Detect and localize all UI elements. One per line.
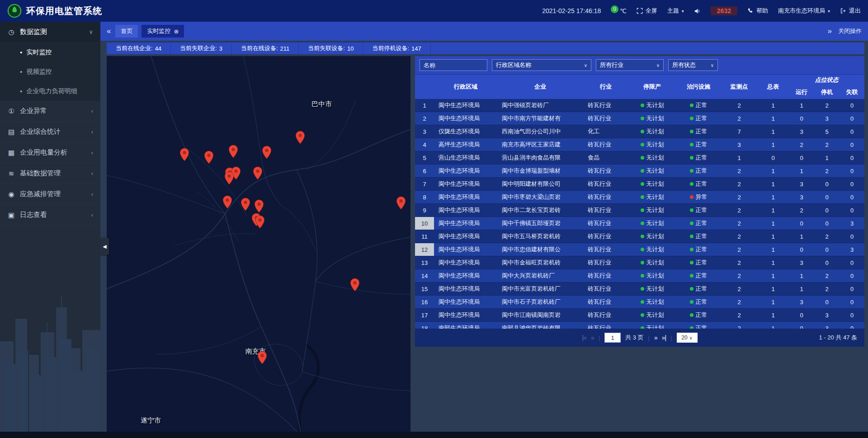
table-row[interactable]: 3 仪陇生态环境局 西南油气田分公司川中 化工 无计划 正常 7 1 3 5 0 xyxy=(415,125,864,138)
map-pin[interactable] xyxy=(241,198,250,213)
cell-meters: 1 xyxy=(757,178,789,190)
map-collapse-handle[interactable]: ◀ xyxy=(100,238,109,255)
alarm-count-badge[interactable]: 2632 xyxy=(711,6,737,15)
row-index: 2 xyxy=(415,112,434,125)
sidebar-item-company-abnormal[interactable]: ①企业异常‹ xyxy=(0,101,100,122)
cell-points: 2 xyxy=(721,309,757,321)
cell-lost: 0 xyxy=(840,269,864,282)
row-index: 1 xyxy=(415,99,434,112)
map-pin[interactable] xyxy=(229,145,238,160)
table-row[interactable]: 7 阆中生态环境局 阆中明阳建材有限公司 砖瓦行业 无计划 正常 2 1 3 0… xyxy=(415,178,864,191)
cell-industry: 砖瓦行业 xyxy=(583,112,628,125)
log-icon: ▣ xyxy=(7,211,15,219)
table-row[interactable]: 9 阆中生态环境局 阆中市二龙长宝页岩砖 砖瓦行业 无计划 正常 2 1 2 0… xyxy=(415,204,864,217)
table-row[interactable]: 1 阆中生态环境局 阆中强锐页岩砖厂 砖瓦行业 无计划 正常 2 1 1 2 0 xyxy=(415,99,864,112)
tabs-scroll-right-icon[interactable]: » xyxy=(828,27,832,36)
alarm-speaker-button[interactable] xyxy=(694,8,701,14)
status-dot xyxy=(641,130,644,133)
stat-item: 当前失联企业:3 xyxy=(171,42,232,54)
industry-filter-select[interactable]: 所有行业 ∨ xyxy=(596,59,664,71)
table-row[interactable]: 17 阆中生态环境局 阆中市江南镇阆南页岩 砖瓦行业 无计划 正常 2 1 0 … xyxy=(415,309,864,322)
sidebar-item-company-statistics[interactable]: ▤企业综合统计‹ xyxy=(0,122,100,142)
sidebar-subitem-realtime-monitor[interactable]: ●实时监控 xyxy=(0,42,100,62)
sidebar-item-log-view[interactable]: ▣日志查看‹ xyxy=(0,205,100,226)
sidebar-item-power-analysis[interactable]: ▦企业用电量分析‹ xyxy=(0,142,100,163)
map-pin[interactable] xyxy=(180,148,189,163)
logout-button[interactable]: 退出 xyxy=(840,7,861,15)
map-pin[interactable] xyxy=(350,278,360,293)
tab-0[interactable]: 首页 xyxy=(115,25,138,38)
chevron-down-icon: ▾ xyxy=(828,9,830,14)
table-row[interactable]: 10 阆中生态环境局 阆中千佛镇五郎垭页岩 砖瓦行业 无计划 正常 2 1 0 … xyxy=(415,217,864,230)
org-dropdown[interactable]: 南充市生态环境局 ▾ xyxy=(778,7,830,15)
table-row[interactable]: 15 阆中生态环境局 阆中市光富页岩机砖厂 砖瓦行业 无计划 正常 2 1 1 … xyxy=(415,283,864,296)
theme-dropdown[interactable]: 主题 ▾ xyxy=(667,7,684,15)
page-input[interactable] xyxy=(604,333,621,343)
sidebar-item-data-monitor[interactable]: ◷数据监测∨ xyxy=(0,22,100,42)
close-operations-button[interactable]: 关闭操作 xyxy=(838,27,862,35)
table-row[interactable]: 14 阆中生态环境局 阆中大兴页岩机砖厂 砖瓦行业 无计划 正常 2 1 1 2… xyxy=(415,269,864,283)
cell-limit-status: 无计划 xyxy=(628,269,676,282)
map-pin[interactable] xyxy=(296,131,305,146)
fullscreen-button[interactable]: 全屏 xyxy=(637,7,657,15)
page-size-select[interactable]: 20 ∨ xyxy=(677,333,698,343)
region-filter-select[interactable]: 行政区域名称 ∨ xyxy=(492,59,591,71)
table-row[interactable]: 6 阆中生态环境局 阆中市金博瑞新型墙材 砖瓦行业 无计划 正常 2 1 1 2… xyxy=(415,165,864,178)
help-button[interactable]: 帮助 xyxy=(747,7,768,15)
map-pin[interactable] xyxy=(253,166,262,182)
status-dot xyxy=(641,195,644,199)
name-filter-input[interactable] xyxy=(420,59,487,71)
chevron-left-icon: ‹ xyxy=(91,128,93,135)
map-pin[interactable] xyxy=(224,171,234,187)
map-pin[interactable] xyxy=(255,215,264,231)
table-row[interactable]: 18 南部生态环境局 南部县鸿华页岩砖有限 砖瓦行业 无计划 正常 2 1 0 … xyxy=(415,322,864,329)
prev-page-button[interactable]: « xyxy=(591,334,594,341)
cell-meters: 1 xyxy=(757,283,789,295)
table-row[interactable]: 2 阆中生态环境局 阆中市南方节能建材有 砖瓦行业 无计划 正常 2 1 0 3… xyxy=(415,112,864,125)
chevron-left-icon: ‹ xyxy=(91,212,93,218)
cell-stop: 2 xyxy=(814,230,840,243)
map-pin[interactable] xyxy=(396,196,406,212)
stat-item: 当前在线设备:211 xyxy=(232,42,299,54)
status-dot xyxy=(641,313,644,317)
cell-region: 阆中生态环境局 xyxy=(434,99,497,112)
sidebar-subitem-video-monitor[interactable]: ●视频监控 xyxy=(0,62,100,81)
map-pin[interactable] xyxy=(262,146,272,161)
map-pin[interactable] xyxy=(204,151,213,166)
map-pin[interactable] xyxy=(258,351,267,366)
map-pin[interactable] xyxy=(254,199,264,215)
cell-company: 阆中明阳建材有限公司 xyxy=(497,178,583,190)
cell-points: 2 xyxy=(721,99,757,112)
table-row[interactable]: 5 营山生态环境局 营山县润丰肉食品有限 食品 无计划 正常 1 0 0 1 0 xyxy=(415,151,864,165)
table-row[interactable]: 4 高坪生态环境局 南充市高坪区王家店建 砖瓦行业 无计划 正常 3 1 2 2… xyxy=(415,138,864,151)
sidebar-item-base-data[interactable]: ≋基础数据管理‹ xyxy=(0,163,100,184)
table-row[interactable]: 12 阆中生态环境局 阆中市忠信建材有限公 砖瓦行业 无计划 正常 2 1 0 … xyxy=(415,243,864,256)
cell-run: 3 xyxy=(789,296,814,308)
tabs-scroll-left-icon[interactable]: « xyxy=(107,27,111,36)
cell-region: 阆中生态环境局 xyxy=(434,283,497,295)
status-filter-select[interactable]: 所有状态 ∨ xyxy=(668,59,718,71)
table-row[interactable]: 13 阆中生态环境局 阆中市金福旺页岩机砖 砖瓦行业 无计划 正常 2 1 3 … xyxy=(415,256,864,269)
table-row[interactable]: 8 阆中生态环境局 阆中市枣碧大梁山页岩 砖瓦行业 无计划 异常 2 1 3 0… xyxy=(415,191,864,204)
table-row[interactable]: 16 阆中生态环境局 阆中市石子页岩机砖厂 砖瓦行业 无计划 正常 2 1 3 … xyxy=(415,296,864,309)
cell-lost: 0 xyxy=(840,256,864,269)
cell-company: 阆中市金博瑞新型墙材 xyxy=(497,165,583,177)
sidebar-subitem-power-load-detail[interactable]: ●企业电力负荷明细 xyxy=(0,81,100,101)
tab-1[interactable]: 实时监控⊗ xyxy=(142,25,184,38)
map[interactable]: 巴中市南充市遂宁市 xyxy=(107,56,410,432)
table-row[interactable]: 11 阆中生态环境局 阆中市五马桥页岩机砖 砖瓦行业 无计划 正常 2 1 1 … xyxy=(415,230,864,243)
next-page-button[interactable]: » xyxy=(654,334,657,341)
cell-lost: 0 xyxy=(840,99,864,112)
first-page-button[interactable]: |« xyxy=(582,334,586,341)
last-page-button[interactable]: »| xyxy=(662,334,666,341)
cell-limit-status: 无计划 xyxy=(628,309,676,321)
map-pin[interactable] xyxy=(222,195,232,211)
sidebar-item-emergency-reduction[interactable]: ◉应急减排管理‹ xyxy=(0,184,100,205)
cell-region: 阆中生态环境局 xyxy=(434,296,497,308)
status-dot xyxy=(641,274,644,278)
cell-lost: 0 xyxy=(840,296,864,308)
cell-points: 3 xyxy=(721,138,757,151)
close-tab-icon[interactable]: ⊗ xyxy=(174,28,179,35)
cell-run: 3 xyxy=(789,256,814,269)
cell-meters: 0 xyxy=(757,151,789,164)
